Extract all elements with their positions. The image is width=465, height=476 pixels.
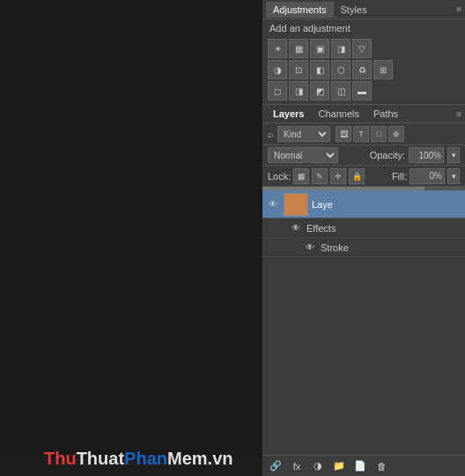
layer-list[interactable]: 👁 Laye 👁 Effects 👁 Stroke (262, 190, 465, 455)
adj-icon-photo-filter[interactable]: ⬡ (331, 60, 351, 79)
adj-icon-hue[interactable]: ◑ (268, 60, 287, 79)
blend-mode-select[interactable]: Normal (268, 147, 338, 163)
kind-search-icon: ⌕ (268, 129, 274, 139)
adj-icon-color-balance[interactable]: ⊡ (289, 60, 308, 79)
delete-layer-icon[interactable]: 🗑 (373, 458, 389, 474)
tab-channels[interactable]: Channels (311, 107, 365, 121)
lock-icon-position[interactable]: ✛ (330, 168, 346, 184)
watermark-vn: .vn (208, 449, 233, 468)
link-layers-icon[interactable]: 🔗 (268, 458, 284, 474)
tab-adjustments[interactable]: Adjustments (266, 2, 334, 18)
fill-label: Fill: (392, 171, 407, 182)
adj-icon-threshold[interactable]: ◩ (310, 81, 329, 100)
left-panel (0, 0, 262, 458)
adj-icon-levels[interactable]: ▦ (289, 39, 308, 58)
new-layer-icon[interactable]: 📄 (352, 458, 368, 474)
lock-icon-all[interactable]: 🔒 (349, 168, 365, 184)
layer-thumbnail (284, 193, 308, 216)
lock-icon-transparency[interactable]: ▦ (293, 168, 309, 184)
kind-icons: 🖼 T □ ⊕ (336, 126, 404, 142)
kind-icon-type[interactable]: T (353, 126, 369, 142)
group-layers-icon[interactable]: 📁 (331, 458, 347, 474)
adj-icon-gradient[interactable]: ▽ (352, 39, 372, 58)
right-panel: Adjustments Styles ≡ Add an adjustment ☀… (262, 0, 465, 476)
layer-item[interactable]: 👁 Laye (262, 190, 465, 219)
adj-icon-color-lookup[interactable]: ⊞ (373, 60, 393, 79)
adj-icons-row2: ◑ ⊡ ◧ ⬡ ♻ ⊞ (268, 60, 460, 79)
watermark-mem: Mem (167, 449, 208, 468)
watermark-phan: Phan (124, 449, 167, 468)
watermark-thuat: Thuat (77, 449, 124, 468)
tab-layers[interactable]: Layers (266, 107, 311, 121)
top-tabs-bar: Adjustments Styles ≡ (262, 0, 465, 19)
stroke-label: Stroke (321, 242, 349, 253)
opacity-label: Opacity: (370, 150, 405, 160)
effects-visibility-eye-icon[interactable]: 👁 (289, 221, 303, 235)
adj-icon-brightness[interactable]: ☀ (268, 39, 287, 58)
lock-fill-row: Lock: ▦ ✎ ✛ 🔒 Fill: ▾ (262, 166, 465, 187)
layer-progress-bar (262, 187, 465, 190)
adj-icons-row3: ◻ ◨ ◩ ◫ ▬ (268, 81, 460, 100)
kind-icon-shape[interactable]: □ (371, 126, 387, 142)
kind-icon-smart[interactable]: ⊕ (388, 126, 404, 142)
top-tab-menu-icon[interactable]: ≡ (456, 4, 461, 14)
layer-name: Laye (312, 199, 461, 210)
opacity-input[interactable] (409, 147, 444, 163)
stroke-visibility-eye-icon[interactable]: 👁 (303, 241, 317, 255)
normal-opacity-row: Normal Opacity: ▾ (262, 145, 465, 166)
adj-icon-channel-mixer[interactable]: ♻ (352, 60, 372, 79)
tab-styles[interactable]: Styles (334, 2, 374, 18)
fill-dropdown-icon[interactable]: ▾ (447, 168, 460, 184)
layer-progress-inner (262, 187, 424, 190)
kind-icon-pixel[interactable]: 🖼 (336, 126, 351, 142)
adj-icon-gradient-map[interactable]: ◫ (331, 81, 351, 100)
lock-icon-paint[interactable]: ✎ (312, 168, 328, 184)
kind-row: ⌕ Kind 🖼 T □ ⊕ (262, 123, 465, 145)
add-adjustment-label: Add an adjustment (262, 19, 465, 37)
tab-paths[interactable]: Paths (366, 107, 405, 121)
effects-item[interactable]: 👁 Effects (262, 219, 465, 238)
fx-effects-icon[interactable]: fx (289, 458, 305, 474)
adj-icon-invert[interactable]: ◻ (268, 81, 287, 100)
bottom-bar: 🔗 fx ◑ 📁 📄 🗑 (262, 455, 465, 476)
effects-label: Effects (306, 223, 336, 234)
adj-icons-row1: ☀ ▦ ▣ ◨ ▽ (268, 39, 460, 58)
adjustment-icons: ☀ ▦ ▣ ◨ ▽ ◑ ⊡ ◧ ⬡ ♻ ⊞ ◻ ◨ ◩ ◫ ▬ (262, 37, 465, 104)
adj-icon-curves[interactable]: ▣ (310, 39, 329, 58)
layers-tabs-bar: Layers Channels Paths ≡ (262, 104, 465, 123)
watermark: ThuThuatPhanMem.vn (44, 449, 232, 469)
adj-icon-posterize[interactable]: ◨ (289, 81, 308, 100)
adj-icon-selective-color[interactable]: ▬ (352, 81, 372, 100)
adjustment-layer-icon[interactable]: ◑ (310, 458, 326, 474)
stroke-item[interactable]: 👁 Stroke (262, 238, 465, 257)
watermark-thu: Thu (44, 449, 77, 468)
lock-label: Lock: (268, 171, 291, 182)
kind-select[interactable]: Kind (277, 126, 330, 142)
opacity-dropdown-icon[interactable]: ▾ (447, 147, 460, 163)
layers-tab-menu-icon[interactable]: ≡ (456, 109, 461, 119)
adj-icon-exposure[interactable]: ◨ (331, 39, 351, 58)
fill-input[interactable] (410, 168, 445, 184)
adj-icon-black-white[interactable]: ◧ (310, 60, 329, 79)
layer-visibility-eye-icon[interactable]: 👁 (266, 197, 280, 212)
